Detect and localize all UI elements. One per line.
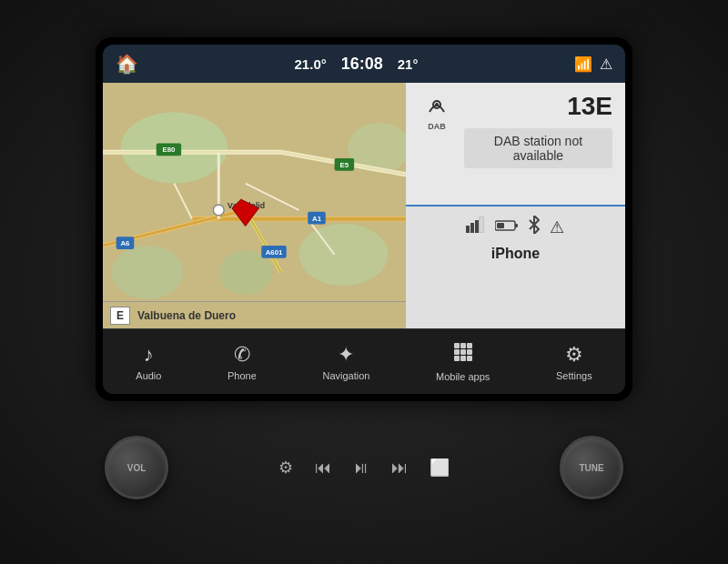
svg-text:A6: A6 <box>120 239 130 247</box>
svg-rect-38 <box>480 217 483 233</box>
svg-rect-48 <box>454 356 460 361</box>
svg-rect-43 <box>460 343 466 348</box>
play-pause-button[interactable]: ⏯ <box>348 453 375 483</box>
map-panel[interactable]: Valladolid E80 E5 A1 <box>103 83 406 328</box>
device-icons-row: ⚠ <box>466 216 564 238</box>
main-content: Valladolid E80 E5 A1 <box>103 83 625 328</box>
home-icon[interactable]: 🏠 <box>116 53 138 75</box>
svg-rect-47 <box>467 349 472 355</box>
dab-icon-area: DAB <box>419 92 455 131</box>
audio-icon: ♪ <box>144 343 154 367</box>
controls-row: VOL ⚙ ⏮ ⏯ ⏭ ⬜ TUNE <box>96 436 632 499</box>
dab-section: DAB 13E DAB station not available <box>406 83 625 206</box>
map-bottom-bar: E Valbuena de Duero <box>103 301 406 328</box>
clock: 16:08 <box>341 55 383 74</box>
svg-rect-46 <box>460 349 466 355</box>
nav-item-phone[interactable]: ✆ Phone <box>217 336 268 388</box>
nav-item-navigation[interactable]: ✦ Navigation <box>311 336 380 388</box>
svg-point-20 <box>213 205 224 216</box>
dab-status: DAB station not available <box>464 128 612 168</box>
inside-temp: 21° <box>398 56 419 72</box>
dab-label: DAB <box>428 122 446 131</box>
dab-broadcast-icon <box>424 92 450 122</box>
svg-point-4 <box>112 246 183 299</box>
signal-icon <box>466 217 486 237</box>
vol-label: VOL <box>127 463 147 473</box>
settings-icon: ⚙ <box>565 343 583 367</box>
car-frame: 🏠 21.0° 16:08 21° 📶 ⚠ <box>0 0 728 564</box>
mobile-apps-label: Mobile apps <box>436 371 490 382</box>
svg-rect-35 <box>466 226 470 233</box>
audio-label: Audio <box>136 370 161 381</box>
status-center: 21.0° 16:08 21° <box>295 55 419 74</box>
device-alert-icon: ⚠ <box>550 217 564 237</box>
map-canvas: Valladolid E80 E5 A1 <box>103 83 406 328</box>
nav-bar: ♪ Audio ✆ Phone ✦ Navigation <box>103 328 625 394</box>
svg-point-2 <box>298 224 388 287</box>
settings-label: Settings <box>556 370 592 381</box>
wifi-icon: 📶 <box>574 55 592 73</box>
bluetooth-icon <box>528 216 541 238</box>
svg-text:A601: A601 <box>266 248 283 257</box>
svg-text:E5: E5 <box>340 161 349 169</box>
phone-icon: ✆ <box>234 343 250 367</box>
device-name: iPhone <box>491 246 540 262</box>
nav-item-settings[interactable]: ⚙ Settings <box>545 336 603 388</box>
svg-point-34 <box>435 103 439 106</box>
svg-rect-41 <box>497 223 504 228</box>
screen: 🏠 21.0° 16:08 21° 📶 ⚠ <box>103 45 625 394</box>
svg-rect-42 <box>454 343 460 348</box>
svg-rect-40 <box>515 224 518 227</box>
direction-badge: E <box>110 307 130 325</box>
prev-track-button[interactable]: ⏮ <box>309 453 337 483</box>
vol-knob[interactable]: VOL <box>105 436 168 499</box>
svg-rect-49 <box>460 356 466 361</box>
tune-knob[interactable]: TUNE <box>560 436 623 499</box>
svg-rect-45 <box>454 349 460 355</box>
center-controls: ⚙ ⏮ ⏯ ⏭ ⬜ <box>273 452 455 483</box>
svg-rect-44 <box>467 343 472 348</box>
street-name: Valbuena de Duero <box>137 309 236 322</box>
svg-text:A1: A1 <box>312 215 322 223</box>
status-bar: 🏠 21.0° 16:08 21° 📶 ⚠ <box>103 45 625 83</box>
phone-label: Phone <box>228 370 257 381</box>
nav-item-audio[interactable]: ♪ Audio <box>125 336 172 388</box>
next-track-button[interactable]: ⏭ <box>386 453 413 483</box>
mobile-apps-icon <box>453 342 473 368</box>
svg-rect-37 <box>475 220 479 233</box>
device-section: ⚠ iPhone <box>406 206 625 328</box>
tune-label: TUNE <box>579 463 603 473</box>
status-right-icons: 📶 ⚠ <box>574 55 612 73</box>
svg-text:E80: E80 <box>162 146 176 154</box>
nav-item-mobile-apps[interactable]: Mobile apps <box>425 335 500 389</box>
svg-rect-50 <box>467 356 472 361</box>
svg-rect-36 <box>470 223 474 233</box>
dab-info: 13E DAB station not available <box>464 92 612 168</box>
info-panel: DAB 13E DAB station not available <box>406 83 625 328</box>
screen-icon[interactable]: ⬜ <box>424 452 455 483</box>
alert-icon: ⚠ <box>600 55 612 73</box>
screen-bezel: 🏠 21.0° 16:08 21° 📶 ⚠ <box>96 37 632 401</box>
battery-icon <box>495 217 519 237</box>
outside-temp: 21.0° <box>295 56 327 72</box>
dab-channel: 13E <box>464 92 612 121</box>
navigation-label: Navigation <box>322 370 369 381</box>
navigation-icon: ✦ <box>338 343 354 367</box>
eq-icon[interactable]: ⚙ <box>273 452 298 483</box>
